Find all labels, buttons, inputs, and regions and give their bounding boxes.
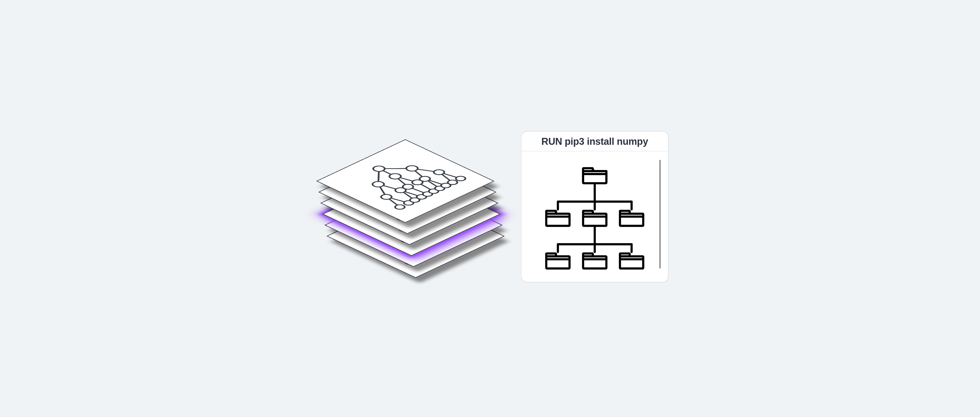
layer-stack [324, 154, 499, 281]
svg-point-163 [370, 181, 386, 188]
svg-rect-199 [583, 214, 606, 226]
card-body [522, 151, 668, 282]
folder-icon [546, 211, 570, 226]
svg-rect-196 [546, 214, 570, 226]
folder-icon [620, 211, 643, 226]
diagram-stage: RUN pip3 install numpy [304, 129, 676, 288]
folder-icon [583, 168, 606, 183]
folder-icon [620, 254, 643, 268]
layer-detail-card: RUN pip3 install numpy [521, 131, 669, 282]
card-title: RUN pip3 install numpy [541, 136, 648, 147]
scrollbar-line [660, 160, 660, 269]
svg-rect-205 [546, 257, 570, 269]
svg-point-165 [404, 165, 420, 172]
svg-rect-208 [583, 257, 606, 269]
image-layer [316, 139, 495, 223]
folder-tree-icon [530, 151, 660, 277]
card-header: RUN pip3 install numpy [522, 132, 668, 151]
folder-icon [583, 254, 606, 268]
layer-graph-icon [318, 140, 493, 222]
folder-icon [546, 254, 570, 268]
folder-icon [583, 211, 606, 226]
svg-rect-202 [620, 214, 643, 226]
svg-rect-193 [583, 171, 606, 183]
svg-rect-211 [620, 257, 643, 269]
